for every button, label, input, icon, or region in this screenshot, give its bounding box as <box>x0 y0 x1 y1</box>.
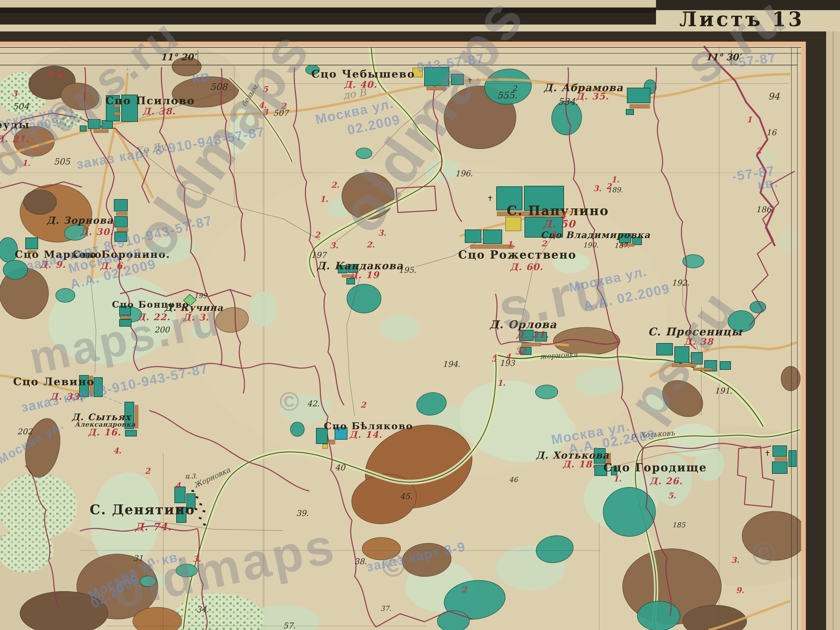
red-number: 3 <box>12 90 17 98</box>
settlement-household-count: Д. 18. <box>562 459 596 469</box>
parcel-number: 34. <box>196 605 209 613</box>
settlement-household-count: Д. 74. <box>135 522 172 532</box>
graticule-label-right: 11° 30′ <box>706 52 741 62</box>
red-number: 1. <box>320 195 328 203</box>
red-number: 3. <box>593 185 602 193</box>
watermark-order-info: кв. <box>757 175 780 191</box>
red-number: 1. <box>613 475 621 483</box>
watermark-order-info: Москва ул. <box>0 418 66 466</box>
parcel-number: 42. <box>307 399 320 407</box>
red-number: 2. <box>366 241 375 249</box>
red-number: 2 <box>315 231 320 239</box>
parcel-number: 534. <box>558 97 578 106</box>
parcel-number: 192. <box>672 279 690 287</box>
red-number: 4 <box>175 482 181 489</box>
river-name: Жорновка <box>193 466 231 489</box>
parcel-number: 94 <box>768 92 780 101</box>
watermark-order-info: кв. <box>191 67 216 86</box>
settlement-household-count: Д. 19 <box>350 270 379 279</box>
red-number: 2 <box>606 182 612 190</box>
red-number: 1. <box>611 176 619 184</box>
parcel-number: 38. <box>354 557 367 565</box>
red-number: 4 <box>57 71 62 79</box>
settlement-name: С. Денятино <box>90 503 195 516</box>
parcel-number: 37. <box>380 605 391 612</box>
watermark-oldmaps: © <box>279 388 302 415</box>
red-number: 5. <box>668 492 676 500</box>
red-number: 5 <box>491 355 497 363</box>
map-sheet: Сцо ПсиловоД. 38.прудыД. 21.Сцо Чебышево… <box>0 0 840 630</box>
watermark-oldmaps: © <box>752 537 778 569</box>
sheet-number: Листъ 13 <box>679 9 805 29</box>
settlement-household-count: Д. 38. <box>142 107 176 116</box>
red-number: 5 <box>47 70 53 78</box>
red-number: 2 <box>521 347 526 355</box>
parcel-number: 16 <box>766 128 776 136</box>
parcel-number: 46 <box>509 476 518 483</box>
red-number: 3. <box>550 231 559 238</box>
red-number: 1. <box>497 379 505 387</box>
parcel-number: 45. <box>400 493 412 501</box>
parcel-number: 195. <box>399 266 417 274</box>
red-number: 2 <box>461 586 467 594</box>
settlement-name: Сцо Чебышево <box>311 68 415 79</box>
parcel-number: ц.3. <box>185 473 197 479</box>
parcel-number: 194. <box>443 360 461 368</box>
red-number: 4. <box>113 447 122 455</box>
watermark-oldmaps: ps.ru <box>620 281 746 429</box>
watermark-order-info: заказ карт 8-9 <box>365 540 467 574</box>
settlement-household-count: Д. 35. <box>576 92 609 101</box>
red-number: 2. <box>331 181 339 189</box>
settlement-household-count: Д. 50 <box>543 219 575 229</box>
settlement-household-count: Д. 26. <box>649 477 683 485</box>
red-number: 2 <box>360 401 366 409</box>
red-number: 4 <box>505 353 511 361</box>
settlement-name: Д. Зорнова <box>47 215 114 225</box>
parcel-number: 191. <box>715 387 733 395</box>
settlement-name: С. Папулино <box>507 204 609 217</box>
river-name: жорновка <box>540 351 578 360</box>
parcel-number: 186. <box>756 205 774 213</box>
settlement-name: Сцо Городище <box>603 462 707 473</box>
settlement-name: Д. Сытьях <box>72 412 131 422</box>
parcel-number: 40 <box>335 464 345 472</box>
parcel-number: 185 <box>672 521 685 529</box>
red-number: 3. <box>731 556 739 564</box>
parcel-number: 196. <box>455 170 473 178</box>
parcel-number: 190. <box>583 242 598 248</box>
red-number: 9. <box>736 586 744 594</box>
red-number: 2 <box>756 147 762 155</box>
labels-layer: Сцо ПсиловоД. 38.прудыД. 21.Сцо Чебышево… <box>0 0 840 630</box>
settlement-household-count: Д. 14. <box>349 430 382 439</box>
pencil-note: до В <box>343 87 367 101</box>
red-number: 3. <box>330 242 338 249</box>
parcel-number: 2 <box>512 85 517 92</box>
settlement-name: Сцо Рожествено <box>458 249 576 261</box>
parcel-number: 504 <box>13 102 29 111</box>
red-number: 2 <box>542 240 547 248</box>
parcel-number: 505 <box>54 157 70 166</box>
settlement-household-count: Д. 16. <box>88 428 121 437</box>
graticule-label-left: 11° 20′ <box>161 52 196 62</box>
parcel-number: 187. <box>614 242 630 249</box>
parcel-number: 197 <box>311 251 326 259</box>
red-number: 2 <box>145 467 150 475</box>
red-number: 1. <box>507 240 515 248</box>
red-number: 1 <box>747 116 752 124</box>
settlement-household-count: Д. 30. <box>80 227 113 236</box>
parcel-number: 39. <box>296 509 309 517</box>
parcel-number: 57. <box>283 622 296 630</box>
red-number: 4 <box>561 212 566 220</box>
red-number: 3 <box>515 348 521 356</box>
